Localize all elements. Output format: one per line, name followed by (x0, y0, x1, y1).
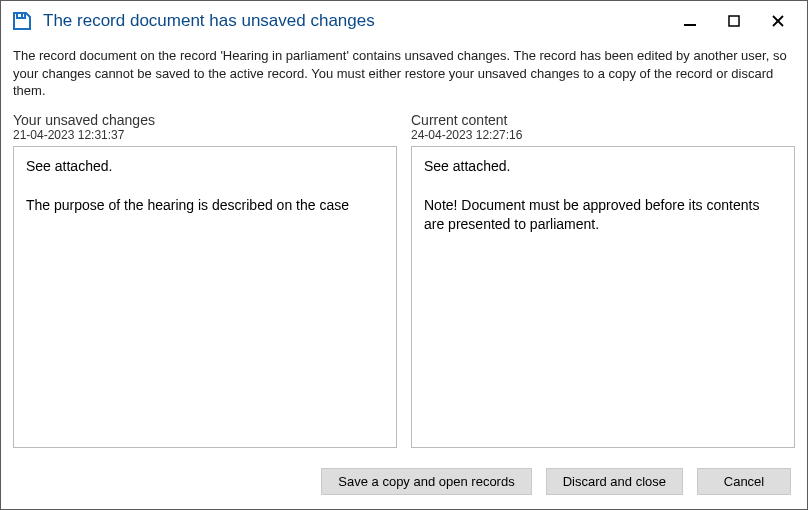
maximize-button[interactable] (725, 12, 743, 30)
comparison-panes: Your unsaved changes 21-04-2023 12:31:37… (13, 112, 795, 448)
dialog-footer: Save a copy and open records Discard and… (1, 458, 807, 509)
save-icon (11, 10, 33, 32)
svg-rect-1 (21, 14, 23, 17)
close-button[interactable] (769, 12, 787, 30)
svg-rect-2 (684, 24, 696, 26)
current-content-heading: Current content (411, 112, 795, 128)
svg-rect-3 (729, 16, 739, 26)
dialog-description: The record document on the record 'Heari… (13, 47, 795, 100)
unsaved-changes-heading: Your unsaved changes (13, 112, 397, 128)
window-title: The record document has unsaved changes (43, 11, 681, 31)
save-copy-button[interactable]: Save a copy and open records (321, 468, 531, 495)
current-content-timestamp: 24-04-2023 12:27:16 (411, 128, 795, 142)
titlebar: The record document has unsaved changes (1, 1, 807, 41)
unsaved-changes-timestamp: 21-04-2023 12:31:37 (13, 128, 397, 142)
unsaved-changes-body: See attached. The purpose of the hearing… (13, 146, 397, 448)
discard-button[interactable]: Discard and close (546, 468, 683, 495)
current-content-pane: Current content 24-04-2023 12:27:16 See … (411, 112, 795, 448)
window-controls (681, 12, 797, 30)
cancel-button[interactable]: Cancel (697, 468, 791, 495)
unsaved-changes-pane: Your unsaved changes 21-04-2023 12:31:37… (13, 112, 397, 448)
minimize-button[interactable] (681, 12, 699, 30)
dialog-content: The record document on the record 'Heari… (1, 41, 807, 458)
current-content-body: See attached. Note! Document must be app… (411, 146, 795, 448)
